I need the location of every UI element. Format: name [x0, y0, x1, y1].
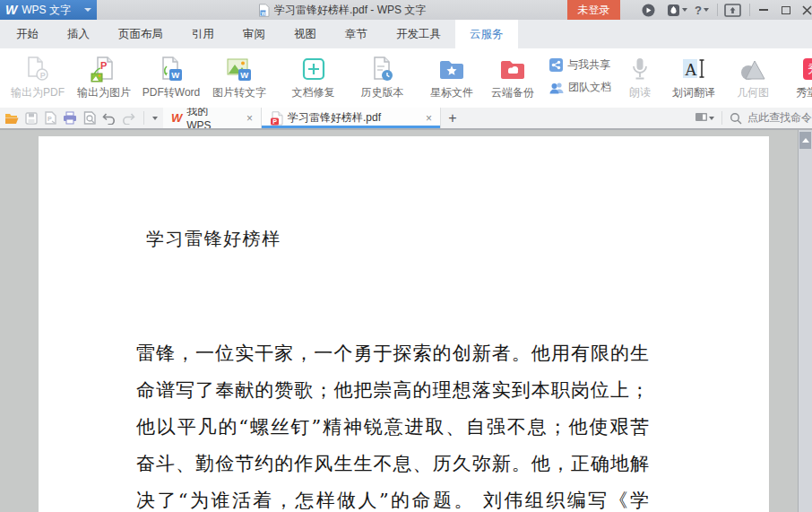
history-version-icon — [369, 54, 396, 83]
doc-repair-icon — [300, 54, 327, 83]
export-pdf-button[interactable]: P 输出为PDF — [4, 48, 71, 108]
doc-title: 学习雷锋好榜样 — [146, 226, 281, 251]
doc-line: 他以平凡的“螺丝钉”精神锐意进取、自强不息；他使艰苦 — [136, 409, 649, 446]
tabbar-right-tools: 点此查找命令 — [692, 108, 812, 128]
pdf-file-icon: P — [270, 111, 283, 126]
divider — [721, 111, 722, 125]
document-area: 学习雷锋好榜样 雷锋，一位实干家，一个勇于探索的创新者。他用有限的生 命谱写了奉… — [0, 130, 812, 512]
wps-home-icon: W — [171, 111, 182, 125]
doc-line: 奋斗、勤俭节约的作风生生不息、历久弥新。他，正确地解 — [136, 446, 649, 482]
cloud-backup-icon — [499, 54, 526, 83]
tab-document-pdf[interactable]: P 学习雷锋好榜样.pdf × — [262, 108, 441, 128]
export-pdf-icon: P — [24, 54, 51, 83]
tab-developer[interactable]: 开发工具 — [382, 20, 455, 48]
sync-icon[interactable] — [642, 3, 655, 17]
wps-logo-icon: W — [0, 3, 22, 17]
tab-page-layout[interactable]: 页面布局 — [104, 20, 177, 48]
print-icon[interactable] — [63, 111, 77, 125]
window-title: W 学习雷锋好榜样.pdf - WPS 文字 — [258, 0, 426, 20]
export-icon[interactable]: P — [44, 111, 56, 125]
document-page[interactable]: 学习雷锋好榜样 雷锋，一位实干家，一个勇于探索的创新者。他用有限的生 命谱写了奉… — [39, 136, 769, 512]
svg-text:P: P — [40, 70, 46, 79]
xiutang-h5-icon: 秀 — [803, 58, 812, 80]
pdf-to-word-icon: W — [158, 54, 185, 83]
chevron-down-icon[interactable] — [84, 8, 91, 12]
quick-access-toolbar: P — [0, 108, 163, 128]
titlebar: W WPS 文字 W 学习雷锋好榜样.pdf - WPS 文字 未登录 ? — [0, 0, 812, 20]
ribbon-group-tools: 朗读 A 划词翻译 几何图 — [620, 48, 778, 108]
team-docs-button[interactable]: 团队文档 — [549, 80, 611, 95]
tab-my-wps[interactable]: W 我的WPS × — [163, 108, 262, 128]
more-dropdown-icon[interactable] — [152, 117, 158, 120]
export-image-button[interactable]: P 输出为图片 — [71, 48, 137, 108]
divider — [143, 111, 144, 125]
minimize-button[interactable] — [754, 0, 773, 20]
close-icon[interactable]: × — [234, 112, 253, 125]
tab-insert[interactable]: 插入 — [53, 20, 104, 48]
menubar: 开始 插入 页面布局 引用 审阅 视图 章节 开发工具 云服务 — [0, 20, 812, 48]
tab-view[interactable]: 视图 — [280, 20, 331, 48]
shared-with-me-button[interactable]: 与我共享 — [549, 57, 611, 73]
save-icon[interactable] — [25, 112, 38, 125]
tab-cloud-service[interactable]: 云服务 — [455, 20, 518, 48]
image-to-text-button[interactable]: W 图片转文字 — [205, 48, 273, 108]
chevron-down-icon — [704, 8, 709, 12]
doc-line: 雷锋，一位实干家，一个勇于探索的创新者。他用有限的生 — [136, 335, 649, 372]
svg-text:W: W — [261, 10, 266, 15]
fullscreen-icon[interactable] — [724, 3, 741, 17]
ribbon-group-cloud: 星标文件 云端备份 与我共享 — [422, 48, 615, 108]
wps-menu-button[interactable]: W WPS 文字 — [0, 0, 97, 20]
read-aloud-button[interactable]: 朗读 — [620, 48, 660, 108]
find-command-text[interactable]: 点此查找命令 — [747, 110, 812, 126]
svg-text:W: W — [240, 70, 248, 80]
task-pane-icon[interactable] — [695, 113, 714, 123]
doc-line: 命谱写了奉献的赞歌；他把崇高的理想落实到本职岗位上； — [136, 372, 649, 409]
maximize-button[interactable] — [776, 0, 796, 20]
redo-icon[interactable] — [122, 112, 135, 125]
tab-home[interactable]: 开始 — [2, 20, 53, 48]
ribbon: P 输出为PDF P 输出为图片 — [0, 48, 812, 108]
geometry-button[interactable]: 几何图 — [728, 48, 778, 108]
docer-icon[interactable] — [667, 3, 687, 17]
new-tab-button[interactable]: + — [441, 108, 464, 128]
svg-text:P: P — [272, 118, 277, 125]
scroll-up-button[interactable] — [799, 132, 811, 149]
chevron-down-icon — [682, 8, 687, 12]
xiutang-h5-button[interactable]: 秀 秀堂H5 — [783, 48, 812, 108]
ribbon-group-web: 秀 秀堂H5 写得 云编辑器 — [783, 48, 812, 108]
history-version-button[interactable]: 历史版本 — [348, 48, 417, 108]
svg-text:W: W — [171, 70, 179, 80]
ribbon-group-repair: 文档修复 历史版本 — [279, 48, 417, 108]
cloud-backup-button[interactable]: 云端备份 — [481, 48, 544, 108]
geometry-icon — [739, 54, 767, 83]
svg-text:P: P — [100, 60, 107, 71]
open-file-icon[interactable] — [4, 112, 19, 125]
translate-button[interactable]: A 划词翻译 — [660, 48, 728, 108]
svg-text:A: A — [685, 60, 697, 79]
close-icon[interactable]: × — [413, 112, 432, 125]
ribbon-stacked-group: 与我共享 团队文档 — [544, 48, 615, 108]
pdf-to-word-button[interactable]: W PDF转Word — [137, 48, 205, 108]
doc-paragraph: 雷锋，一位实干家，一个勇于探索的创新者。他用有限的生 命谱写了奉献的赞歌；他把崇… — [136, 335, 649, 512]
help-icon[interactable]: ? — [695, 3, 709, 17]
starred-files-button[interactable]: 星标文件 — [422, 48, 481, 108]
read-aloud-icon — [628, 54, 652, 83]
svg-text:P: P — [48, 116, 52, 122]
close-button[interactable] — [797, 0, 812, 20]
print-preview-icon[interactable] — [83, 111, 96, 125]
export-image-icon: P — [91, 54, 117, 83]
wps-window: { "colors": { "accent_blue": "#3D7FC9", … — [0, 0, 812, 512]
vertical-scrollbar[interactable] — [798, 130, 812, 512]
tab-section[interactable]: 章节 — [331, 20, 382, 48]
tab-review[interactable]: 审阅 — [229, 20, 280, 48]
undo-icon[interactable] — [102, 112, 116, 125]
team-docs-icon — [549, 82, 564, 94]
doc-repair-button[interactable]: 文档修复 — [279, 48, 348, 108]
login-button[interactable]: 未登录 — [567, 0, 620, 20]
ribbon-group-export: P 输出为PDF P 输出为图片 — [4, 48, 273, 108]
divider — [717, 4, 718, 16]
document-tabbar: P W 我的WPS × P — [0, 108, 812, 130]
doc-line: 决了“为谁活着，怎样做人”的命题。 刘伟组织编写《学 — [136, 482, 649, 512]
tab-references[interactable]: 引用 — [177, 20, 229, 48]
search-icon[interactable] — [730, 112, 742, 125]
